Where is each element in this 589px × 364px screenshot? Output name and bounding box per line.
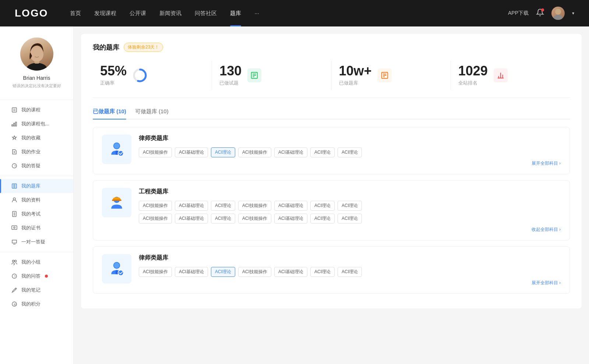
question-bank-icon — [11, 183, 18, 189]
tag-lawyer2-5[interactable]: ACI理论 — [310, 267, 335, 277]
tag-lawyer1-2[interactable]: ACI理论 — [211, 147, 235, 157]
tag-eng-r1-6[interactable]: ACI理论 — [338, 201, 362, 211]
sidebar-item-points[interactable]: 积 我的积分 — [0, 297, 73, 311]
tag-lawyer2-3[interactable]: ACI技能操作 — [238, 267, 271, 277]
sidebar-label-qa: 我的答疑 — [21, 163, 40, 169]
expand-link-lawyer-1[interactable]: 展开全部科目 › — [139, 160, 561, 167]
navbar-right: APP下载 ▾ — [508, 7, 574, 20]
questions-done-icon — [247, 68, 261, 82]
tag-eng-r1-5[interactable]: ACI理论 — [310, 201, 335, 211]
sidebar-item-one-on-one[interactable]: 一对一答疑 — [0, 235, 73, 249]
stat-accuracy-label: 正确率 — [100, 80, 127, 86]
logo: LOGO — [15, 7, 48, 19]
sidebar-item-courses[interactable]: 我的课程 — [0, 103, 73, 117]
tag-eng-r1-2[interactable]: ACI理论 — [211, 201, 235, 211]
bank-icon-engineer — [102, 188, 131, 217]
nav-discover[interactable]: 发现课程 — [94, 10, 116, 17]
sidebar-label-certificate: 我的证书 — [21, 225, 40, 231]
tag-lawyer1-4[interactable]: ACI基础理论 — [274, 147, 307, 157]
svg-point-54 — [114, 263, 120, 268]
sidebar-item-profile[interactable]: 我的资料 — [0, 193, 73, 207]
sidebar-item-qa[interactable]: ? 我的答疑 — [0, 159, 73, 173]
tab-done-banks[interactable]: 已做题库 (10) — [93, 108, 126, 119]
tag-eng-r2-2[interactable]: ACI理论 — [211, 214, 235, 224]
sidebar-label-points: 我的积分 — [21, 301, 40, 307]
svg-text:?: ? — [14, 164, 16, 168]
svg-rect-24 — [12, 226, 17, 229]
app-download-button[interactable]: APP下载 — [508, 10, 529, 17]
tag-lawyer2-4[interactable]: ACI基础理论 — [274, 267, 307, 277]
collapse-link-engineer[interactable]: 收起全部科目 › — [139, 226, 561, 233]
homework-icon — [11, 149, 18, 155]
sidebar-label-question-bank: 我的题库 — [21, 183, 40, 189]
svg-point-26 — [13, 260, 14, 262]
stat-accuracy: 55% 正确率 — [93, 61, 212, 90]
sidebar-item-favorites[interactable]: 我的收藏 — [0, 131, 73, 145]
my-qa-icon: ? — [11, 273, 18, 279]
points-icon: 积 — [11, 301, 18, 307]
bank-icon-lawyer-2 — [102, 254, 131, 283]
tag-eng-r1-0[interactable]: ACI技能操作 — [139, 201, 172, 211]
sidebar-item-group[interactable]: 我的小组 — [0, 255, 73, 269]
tag-lawyer2-1[interactable]: ACI基础理论 — [175, 267, 208, 277]
tag-lawyer2-2[interactable]: ACI理论 — [211, 267, 235, 277]
tag-eng-r2-6[interactable]: ACI理论 — [338, 214, 362, 224]
tag-lawyer1-6[interactable]: ACI理论 — [338, 147, 362, 157]
sidebar-item-my-qa[interactable]: ? 我的问答 — [0, 269, 73, 283]
sidebar-divider-3 — [0, 252, 73, 252]
tag-lawyer1-5[interactable]: ACI理论 — [310, 147, 335, 157]
sidebar-item-course-pack[interactable]: 我的课程包... — [0, 117, 73, 131]
favorites-icon — [11, 135, 18, 141]
tab-available-banks[interactable]: 可做题库 (10) — [135, 108, 169, 119]
svg-point-4 — [30, 47, 43, 62]
stat-questions-done: 130 已做试题 — [212, 61, 331, 90]
exam-icon — [11, 211, 18, 217]
tag-eng-r2-4[interactable]: ACI基础理论 — [274, 214, 307, 224]
tag-lawyer1-0[interactable]: ACI技能操作 — [139, 147, 172, 157]
sidebar-item-notes[interactable]: 我的笔记 — [0, 283, 73, 297]
nav-home[interactable]: 首页 — [70, 10, 81, 17]
navbar: LOGO 首页 发现课程 公开课 新闻资讯 问答社区 题库 ··· APP下载 — [0, 0, 589, 26]
expand-link-lawyer-2[interactable]: 展开全部科目 › — [139, 280, 561, 286]
tag-eng-r2-1[interactable]: ACI基础理论 — [175, 214, 208, 224]
user-name: Brian Harris — [23, 75, 50, 81]
tag-eng-r2-3[interactable]: ACI技能操作 — [238, 214, 271, 224]
sidebar: Brian Harris 错误的决定比没有决定要好 我的课程 — [0, 26, 74, 364]
svg-point-1 — [554, 15, 562, 20]
tag-eng-r1-1[interactable]: ACI基础理论 — [175, 201, 208, 211]
tag-eng-r1-4[interactable]: ACI基础理论 — [274, 201, 307, 211]
page-title: 我的题库 — [93, 43, 119, 52]
tag-eng-r2-0[interactable]: ACI技能操作 — [139, 214, 172, 224]
tag-lawyer2-0[interactable]: ACI技能操作 — [139, 267, 172, 277]
nav-more[interactable]: ··· — [254, 10, 259, 17]
nav-questions[interactable]: 题库 — [230, 10, 241, 17]
rank-icon — [494, 68, 508, 82]
tag-lawyer1-3[interactable]: ACI技能操作 — [238, 147, 271, 157]
sidebar-item-exam[interactable]: 我的考试 — [0, 207, 73, 221]
stat-rank-value: 1029 — [458, 64, 488, 78]
avatar[interactable] — [551, 7, 565, 20]
nav-qa[interactable]: 问答社区 — [195, 10, 217, 17]
user-menu-dropdown-icon[interactable]: ▾ — [572, 11, 574, 16]
notification-bell[interactable] — [536, 8, 544, 18]
stat-questions-label: 已做试题 — [219, 80, 241, 86]
sidebar-item-certificate[interactable]: 我的证书 — [0, 221, 73, 235]
nav-news[interactable]: 新闻资讯 — [159, 10, 181, 17]
tag-eng-r1-3[interactable]: ACI技能操作 — [238, 201, 271, 211]
notification-dot — [541, 8, 544, 11]
stat-banks-value: 10w+ — [339, 64, 372, 78]
svg-point-0 — [555, 9, 561, 15]
bank-icon-lawyer — [102, 135, 131, 164]
tag-eng-r2-5[interactable]: ACI理论 — [310, 214, 335, 224]
sidebar-item-question-bank[interactable]: 我的题库 — [0, 179, 73, 193]
bank-section-engineer: 工程类题库 ACI技能操作 ACI基础理论 ACI理论 ACI技能操作 ACI基… — [93, 180, 570, 240]
stat-questions-value: 130 — [219, 64, 241, 78]
tag-lawyer1-1[interactable]: ACI基础理论 — [175, 147, 208, 157]
sidebar-item-homework[interactable]: 我的作业 — [0, 145, 73, 159]
svg-line-30 — [15, 289, 16, 289]
svg-point-19 — [13, 198, 15, 200]
tag-lawyer2-6[interactable]: ACI理论 — [338, 267, 362, 277]
svg-text:积: 积 — [14, 303, 17, 306]
svg-point-2 — [27, 63, 47, 71]
nav-opencourse[interactable]: 公开课 — [130, 10, 146, 17]
